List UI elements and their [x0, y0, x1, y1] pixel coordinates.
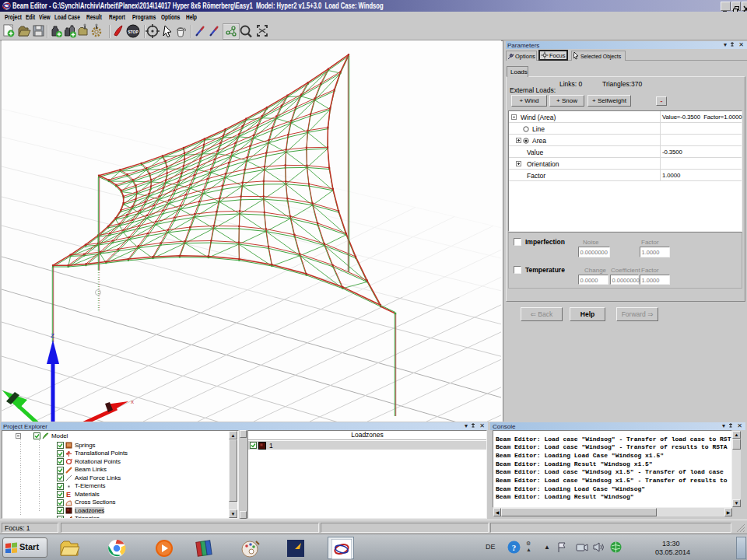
svg-text:STOP: STOP: [128, 30, 139, 34]
svg-text:Z: Z: [51, 332, 54, 339]
svg-text:?: ?: [512, 543, 517, 552]
svg-text:x: x: [131, 398, 134, 405]
svg-text:E: E: [66, 491, 71, 498]
